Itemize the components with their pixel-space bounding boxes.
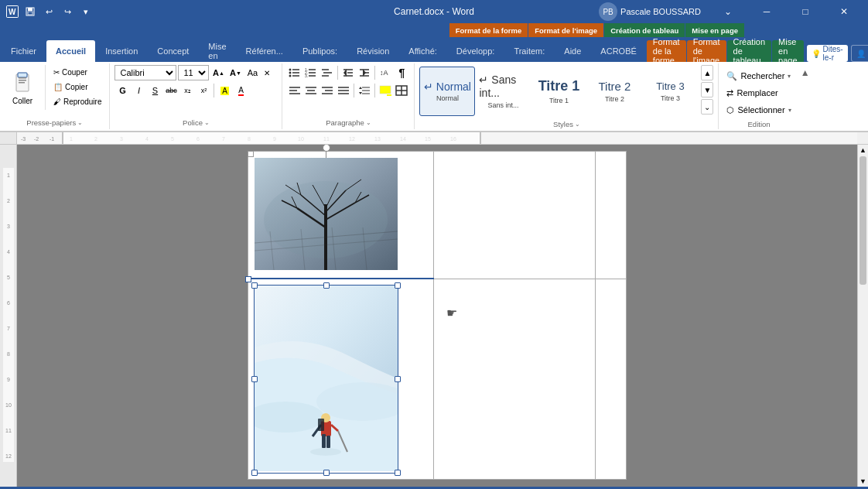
sel-handle-ml[interactable] <box>251 376 258 382</box>
paragraphe-label: Paragraphe ⌄ <box>287 118 409 128</box>
selectionner-button[interactable]: ⬡ Sélectionner ▾ <box>723 102 794 118</box>
tab-affichage[interactable]: Affiché: <box>399 40 446 62</box>
tab-fichier[interactable]: Fichier <box>2 40 46 62</box>
tab-format-image[interactable]: Format de l'image <box>687 40 726 62</box>
subscript-button[interactable]: x₂ <box>179 83 195 98</box>
tab-mise-en[interactable]: Mise en <box>199 40 235 62</box>
style-titre2[interactable]: Titre 2 Titre 2 <box>586 67 642 116</box>
tab-accueil[interactable]: Accueil <box>46 40 95 62</box>
tab-mise-en-page-ctx[interactable]: Mise en page <box>772 40 803 62</box>
copier-button[interactable]: 📋 Copier <box>50 80 104 94</box>
table-row-1 <box>248 152 627 279</box>
save-button[interactable] <box>22 3 39 20</box>
tab-concept[interactable]: Concept <box>148 40 198 62</box>
sel-handle-bc[interactable] <box>323 470 330 476</box>
doc-scroll-area[interactable]: ☛ <box>17 145 857 487</box>
maximize-button[interactable]: □ <box>788 0 823 23</box>
tab-insertion[interactable]: Insertion <box>96 40 147 62</box>
styles-expand[interactable]: ⌄ <box>701 99 713 115</box>
strikethrough-button[interactable]: abc <box>163 83 179 98</box>
tab-traitement[interactable]: Traitem: <box>504 40 554 62</box>
customize-qa-button[interactable]: ▾ <box>77 3 94 20</box>
font-size-select[interactable]: 11 <box>178 65 209 80</box>
bold-button[interactable]: G <box>114 83 130 98</box>
redo-button[interactable]: ↪ <box>59 3 76 20</box>
italic-button[interactable]: I <box>131 83 146 98</box>
table-cell-2-2[interactable]: ☛ <box>434 279 596 480</box>
sort-button[interactable]: ↕A <box>378 65 393 80</box>
paragraphe-expand-icon[interactable]: ⌄ <box>366 119 371 126</box>
image-rotate-handle[interactable] <box>323 145 330 152</box>
tab-aide[interactable]: Aide <box>555 40 590 62</box>
style-sans-int[interactable]: ↵ Sans int... Sans int... <box>475 67 531 116</box>
undo-button[interactable]: ↩ <box>40 3 57 20</box>
table-cell-1-2[interactable] <box>434 152 596 279</box>
ribbon-display-button[interactable]: ⌄ <box>710 0 746 23</box>
underline-button[interactable]: S <box>147 83 162 98</box>
font-family-select[interactable]: Calibri <box>114 65 176 80</box>
styles-scroll-up[interactable]: ▲ <box>701 65 713 80</box>
table-cell-2-3[interactable] <box>596 279 627 480</box>
sel-handle-tc[interactable] <box>323 282 330 289</box>
scroll-up-button[interactable]: ▲ <box>858 145 868 156</box>
sel-handle-tr[interactable] <box>395 282 401 289</box>
multilevel-button[interactable] <box>320 65 335 80</box>
borders-button[interactable] <box>394 83 409 98</box>
styles-scroll-down[interactable]: ▼ <box>701 82 713 97</box>
align-right-button[interactable] <box>320 83 335 98</box>
highlight-button[interactable]: A <box>217 83 232 98</box>
police-expand-icon[interactable]: ⌄ <box>204 119 210 126</box>
bullets-button[interactable] <box>287 65 302 80</box>
shading-button[interactable] <box>378 83 393 98</box>
table-cell-1-1[interactable] <box>248 152 434 279</box>
snow-image-selected[interactable] <box>255 286 398 473</box>
sel-handle-bl[interactable] <box>251 470 258 476</box>
tab-publipostage[interactable]: Publipos: <box>293 40 347 62</box>
justify-button[interactable] <box>336 83 351 98</box>
minimize-button[interactable]: ─ <box>749 0 784 23</box>
tell-me-button[interactable]: 💡 Dites-le-r <box>807 45 848 62</box>
reproduire-button[interactable]: 🖌 Reproduire <box>50 94 104 108</box>
change-case-button[interactable]: Aa <box>244 65 260 80</box>
font-enlarge-button[interactable]: A▲ <box>210 65 226 80</box>
share-button[interactable]: 👤 Partager <box>851 45 868 62</box>
clear-format-button[interactable]: ✕ <box>261 65 277 80</box>
close-button[interactable]: ✕ <box>826 0 862 23</box>
pilcrow-button[interactable]: ¶ <box>394 65 409 80</box>
coller-button[interactable]: Coller <box>5 65 40 110</box>
style-titre1[interactable]: Titre 1 Titre 1 <box>531 67 586 116</box>
ribbon-collapse-button[interactable]: ▲ <box>799 67 812 79</box>
clipboard-expand-icon[interactable]: ⌄ <box>77 119 83 126</box>
rechercher-button[interactable]: 🔍 Rechercher ▾ <box>723 68 794 84</box>
table-cell-1-3[interactable] <box>596 152 627 279</box>
font-shrink-button[interactable]: A▼ <box>227 65 243 80</box>
svg-rect-124 <box>318 419 324 431</box>
tab-format-forme[interactable]: Format de la forme <box>647 40 686 62</box>
remplacer-button[interactable]: ⇄ Remplacer <box>723 85 781 101</box>
format-image-label: Format de l'image <box>528 23 603 37</box>
align-left-button[interactable] <box>287 83 302 98</box>
line-space-button[interactable] <box>357 83 372 98</box>
svg-point-11 <box>289 69 292 71</box>
style-titre3[interactable]: Titre 3 Titre 3 <box>642 67 698 116</box>
superscript-button[interactable]: x² <box>196 83 211 98</box>
tab-acrobat[interactable]: ACROBÉ <box>591 40 645 62</box>
tab-references[interactable]: Référen... <box>237 40 292 62</box>
sel-handle-tl[interactable] <box>251 282 258 289</box>
table-cell-2-1[interactable] <box>248 279 434 480</box>
numbering-button[interactable]: 1.2.3. <box>303 65 319 80</box>
tab-developpeur[interactable]: Développ: <box>447 40 504 62</box>
tab-revision[interactable]: Révision <box>347 40 398 62</box>
tab-creation-tableau[interactable]: Création de tableau <box>727 40 772 62</box>
couper-button[interactable]: ✂ Couper <box>50 65 104 79</box>
scroll-thumb[interactable] <box>859 156 866 285</box>
styles-expand-icon[interactable]: ⌄ <box>575 121 580 128</box>
sel-handle-br[interactable] <box>395 470 401 476</box>
font-color-button[interactable]: A <box>233 83 248 98</box>
outdent-button[interactable] <box>340 65 356 80</box>
scroll-down-button[interactable]: ▼ <box>858 476 868 487</box>
indent-button[interactable] <box>357 65 372 80</box>
style-normal[interactable]: ↵ Normal Normal <box>419 67 475 116</box>
align-center-button[interactable] <box>303 83 319 98</box>
sel-handle-mr[interactable] <box>395 376 401 382</box>
